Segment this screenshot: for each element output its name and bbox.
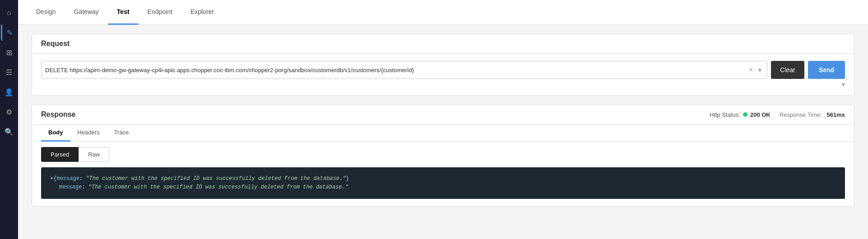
- request-title: Request: [32, 34, 854, 54]
- resp-tab-headers[interactable]: Headers: [70, 124, 107, 142]
- response-time-value: 561ms: [827, 111, 845, 118]
- resp-tab-body[interactable]: Body: [41, 124, 70, 142]
- tab-gateway[interactable]: Gateway: [65, 0, 108, 25]
- home-icon[interactable]: ⌂: [1, 5, 17, 21]
- status-dot-icon: [743, 112, 747, 117]
- send-button[interactable]: Send: [808, 61, 845, 79]
- tab-explorer[interactable]: Explorer: [181, 0, 223, 25]
- url-clear-icon[interactable]: ×: [747, 66, 755, 74]
- content-area: Request × ▾ Clear Send ▾: [18, 25, 868, 239]
- tab-test[interactable]: Test: [108, 0, 139, 25]
- http-status: Http Status: 200 OK: [710, 111, 771, 118]
- request-body: × ▾ Clear Send ▾: [32, 54, 854, 95]
- format-toggle: Parsed Raw: [41, 147, 845, 162]
- code-line-2: message: "The customer with the specifie…: [50, 183, 836, 192]
- url-dropdown-icon[interactable]: ▾: [757, 66, 763, 74]
- response-header-row: Response Http Status: 200 OK Response Ti…: [32, 105, 854, 124]
- response-meta: Http Status: 200 OK Response Time: 561ms: [710, 111, 845, 118]
- users-icon[interactable]: 👤: [1, 84, 17, 100]
- sidebar: ⌂ ✎ ⊞ ☰ 👤 ⚙ 🔍: [0, 0, 18, 239]
- list-icon[interactable]: ☰: [1, 64, 17, 80]
- main-content: Design Gateway Test Endpoint Explorer Re…: [18, 0, 868, 239]
- raw-button[interactable]: Raw: [79, 147, 109, 162]
- clear-button[interactable]: Clear: [771, 61, 804, 79]
- parsed-button[interactable]: Parsed: [41, 147, 79, 162]
- code-line-1: ▾{message: "The customer with the specif…: [50, 175, 836, 183]
- url-bar-row: × ▾ Clear Send: [41, 61, 845, 79]
- tab-endpoint[interactable]: Endpoint: [139, 0, 181, 25]
- response-section: Response Http Status: 200 OK Response Ti…: [32, 105, 854, 207]
- settings-icon[interactable]: ⚙: [1, 104, 17, 120]
- status-code: 200 OK: [750, 111, 771, 118]
- search-icon[interactable]: 🔍: [1, 124, 17, 140]
- expand-icon[interactable]: ▾: [842, 81, 845, 88]
- resp-tab-trace[interactable]: Trace: [107, 124, 136, 142]
- url-input-controls: × ▾: [747, 66, 763, 74]
- response-time: Response Time: 561ms: [780, 111, 845, 118]
- edit-icon[interactable]: ✎: [1, 24, 17, 41]
- tab-design[interactable]: Design: [27, 0, 65, 25]
- response-title: Response: [41, 110, 75, 119]
- request-section: Request × ▾ Clear Send ▾: [32, 34, 854, 96]
- http-status-label: Http Status:: [710, 111, 740, 118]
- code-output: ▾{message: "The customer with the specif…: [41, 167, 845, 199]
- response-time-label: Response Time:: [780, 111, 822, 118]
- url-input-wrap: × ▾: [41, 61, 767, 79]
- grid-icon[interactable]: ⊞: [1, 44, 17, 60]
- response-tabs: Body Headers Trace: [32, 124, 854, 142]
- top-nav: Design Gateway Test Endpoint Explorer: [18, 0, 868, 25]
- url-input[interactable]: [45, 67, 747, 74]
